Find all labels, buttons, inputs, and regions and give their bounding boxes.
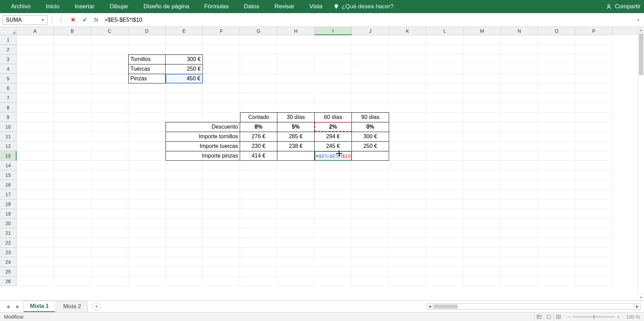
- cell[interactable]: [203, 93, 240, 103]
- cell[interactable]: [91, 93, 128, 103]
- add-sheet-button[interactable]: +: [92, 302, 101, 311]
- row-header-11[interactable]: 11: [0, 132, 17, 141]
- cell[interactable]: [91, 228, 128, 238]
- cell[interactable]: [575, 103, 613, 112]
- row-header-9[interactable]: 9: [0, 112, 17, 122]
- cell[interactable]: [91, 54, 128, 64]
- cell[interactable]: [538, 54, 575, 64]
- cell[interactable]: [575, 132, 613, 141]
- cell[interactable]: [128, 190, 166, 199]
- cell[interactable]: [389, 267, 426, 277]
- cell[interactable]: [464, 54, 501, 64]
- col-header-P[interactable]: P: [575, 27, 613, 35]
- cell[interactable]: [277, 267, 315, 277]
- cell[interactable]: [501, 170, 538, 180]
- cell[interactable]: [352, 219, 389, 228]
- cell[interactable]: [501, 228, 538, 238]
- cell[interactable]: [352, 83, 389, 93]
- cell[interactable]: [426, 209, 464, 219]
- row-header-17[interactable]: 17: [0, 190, 17, 199]
- cell[interactable]: [426, 122, 464, 132]
- ribbon-tab-dibujar[interactable]: Dibujar: [102, 0, 136, 13]
- cell[interactable]: [315, 257, 352, 267]
- cell[interactable]: [464, 219, 501, 228]
- cell[interactable]: [203, 103, 240, 112]
- cell[interactable]: [575, 151, 613, 161]
- cell[interactable]: [203, 228, 240, 238]
- cell[interactable]: [426, 238, 464, 248]
- cancel-formula-button[interactable]: ✕: [68, 15, 78, 25]
- cell[interactable]: [575, 257, 613, 267]
- cell[interactable]: [501, 103, 538, 112]
- cell[interactable]: Contado: [240, 112, 277, 122]
- cell[interactable]: [91, 35, 128, 45]
- cell[interactable]: [575, 54, 613, 64]
- cell[interactable]: [538, 151, 575, 161]
- cell[interactable]: [501, 161, 538, 170]
- cell[interactable]: 0%: [352, 122, 389, 132]
- cell[interactable]: [426, 277, 464, 286]
- cell[interactable]: [315, 64, 352, 74]
- cell[interactable]: [91, 180, 128, 190]
- cell[interactable]: [91, 45, 128, 54]
- cell[interactable]: [501, 112, 538, 122]
- scroll-down-arrow-icon[interactable]: ▼: [638, 294, 644, 300]
- cell[interactable]: [128, 122, 166, 132]
- cell[interactable]: [277, 74, 315, 83]
- cell[interactable]: [203, 35, 240, 45]
- cell[interactable]: [17, 199, 54, 209]
- cell[interactable]: [277, 190, 315, 199]
- col-header-H[interactable]: H: [277, 27, 315, 35]
- cell[interactable]: [426, 267, 464, 277]
- cell[interactable]: [17, 170, 54, 180]
- cell[interactable]: [464, 190, 501, 199]
- cell[interactable]: [352, 267, 389, 277]
- col-header-K[interactable]: K: [389, 27, 426, 35]
- col-header-C[interactable]: C: [91, 27, 128, 35]
- cell[interactable]: [426, 35, 464, 45]
- cell[interactable]: [91, 257, 128, 267]
- cell[interactable]: [538, 257, 575, 267]
- cell[interactable]: [166, 180, 203, 190]
- cell[interactable]: [277, 151, 315, 161]
- cell[interactable]: [54, 74, 91, 83]
- cell[interactable]: [575, 93, 613, 103]
- cell[interactable]: [166, 228, 203, 238]
- cell[interactable]: [166, 93, 203, 103]
- cell[interactable]: [538, 122, 575, 132]
- cell[interactable]: [464, 93, 501, 103]
- cell[interactable]: 5%: [277, 122, 315, 132]
- cell[interactable]: [54, 238, 91, 248]
- ribbon-tab-inicio[interactable]: Inicio: [38, 0, 67, 13]
- cell[interactable]: [575, 228, 613, 238]
- cell[interactable]: [501, 132, 538, 141]
- cell[interactable]: [17, 238, 54, 248]
- cell[interactable]: [501, 35, 538, 45]
- cell[interactable]: [240, 277, 277, 286]
- row-header-14[interactable]: 14: [0, 161, 17, 170]
- cell[interactable]: [203, 248, 240, 257]
- cell[interactable]: [166, 199, 203, 209]
- cell[interactable]: 8%: [240, 122, 277, 132]
- cell[interactable]: [203, 161, 240, 170]
- cell[interactable]: [352, 45, 389, 54]
- cell[interactable]: [166, 170, 203, 180]
- cell[interactable]: [91, 219, 128, 228]
- row-header-24[interactable]: 24: [0, 257, 17, 267]
- expand-formula-bar-icon[interactable]: ▾: [635, 18, 641, 22]
- cell[interactable]: [389, 64, 426, 74]
- cell[interactable]: 90 días: [352, 112, 389, 122]
- scroll-up-arrow-icon[interactable]: ▲: [638, 27, 644, 33]
- row-header-15[interactable]: 15: [0, 170, 17, 180]
- cell[interactable]: [389, 170, 426, 180]
- cell[interactable]: [166, 161, 203, 170]
- cell[interactable]: 300 €: [352, 132, 389, 141]
- cell[interactable]: [54, 35, 91, 45]
- cell[interactable]: [54, 64, 91, 74]
- cell[interactable]: [277, 199, 315, 209]
- cell[interactable]: [352, 35, 389, 45]
- cell[interactable]: [538, 277, 575, 286]
- cell[interactable]: [501, 83, 538, 93]
- ribbon-tab-archivo[interactable]: Archivo: [3, 0, 38, 13]
- view-normal-icon[interactable]: [534, 313, 544, 320]
